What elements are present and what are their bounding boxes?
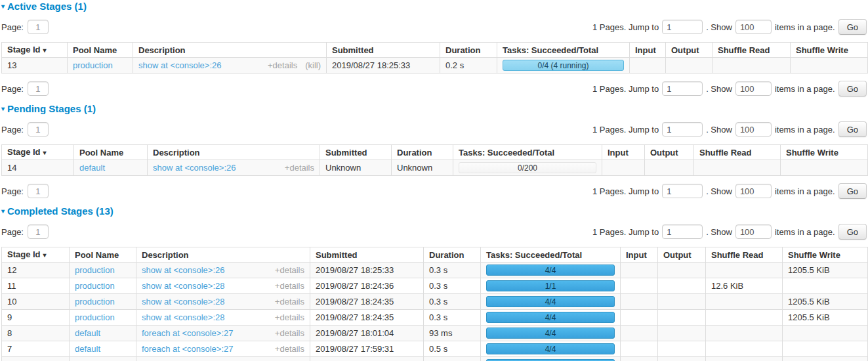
column-header-pool-name[interactable]: Pool Name [74,145,148,160]
column-header-tasks-succeeded-total[interactable]: Tasks: Succeeded/Total [497,43,630,58]
items-per-page-input[interactable] [735,20,772,34]
details-toggle[interactable]: +details [285,163,314,173]
pool-name-link[interactable]: production [73,60,113,70]
column-header-stage-id[interactable]: Stage Id▾ [2,247,70,263]
column-header-description[interactable]: Description [133,43,327,58]
cell-shuffle-write [783,341,868,357]
pool-name-link[interactable]: production [75,281,115,291]
page-number-input[interactable] [28,224,49,239]
stage-description-link[interactable]: foreach at <console>:27 [142,328,234,338]
column-header-output[interactable]: Output [666,43,713,58]
stage-description-link[interactable]: foreach at <console>:27 [142,344,234,354]
cell-input [621,326,658,341]
details-toggle[interactable]: +details [275,328,304,338]
column-header-shuffle-read[interactable]: Shuffle Read [713,43,791,58]
go-button[interactable]: Go [838,183,867,199]
jump-to-page-input[interactable] [662,184,703,198]
column-header-shuffle-write[interactable]: Shuffle Write [781,145,868,160]
stage-description-link[interactable]: show at <console>:26 [142,265,224,275]
column-header-label: Output [650,148,678,158]
jump-to-page-input[interactable] [662,224,703,239]
column-header-pool-name[interactable]: Pool Name [70,247,136,263]
column-header-submitted[interactable]: Submitted [310,247,424,263]
column-header-pool-name[interactable]: Pool Name [68,43,133,58]
column-header-input[interactable]: Input [630,43,666,58]
items-per-page-input[interactable] [735,122,772,137]
column-header-description[interactable]: Description [148,145,320,160]
column-header-input[interactable]: Input [602,145,645,160]
page-number-input[interactable] [28,20,49,34]
items-per-page-input[interactable] [735,81,772,96]
section-header-completed-stages[interactable]: ▾Completed Stages (13) [1,206,867,217]
details-toggle[interactable]: +details [275,344,304,354]
stage-description-link[interactable]: show at <console>:28 [142,312,224,322]
cell-input [621,263,658,278]
cell-shuffle-read: 12.6 KiB [706,357,783,361]
go-button[interactable]: Go [838,19,867,35]
pool-name-link[interactable]: default [75,344,100,354]
go-button[interactable]: Go [838,121,867,137]
column-header-description[interactable]: Description [136,247,310,263]
column-header-input[interactable]: Input [621,247,658,263]
pool-name-link[interactable]: production [75,297,115,307]
cell-stage-id: 14 [2,160,74,176]
column-header-submitted[interactable]: Submitted [320,145,392,160]
stage-description-link[interactable]: show at <console>:26 [153,163,236,173]
pool-name-link[interactable]: default [79,163,105,173]
page-number-input[interactable] [28,122,49,137]
page-selector: Page: [1,184,49,198]
column-header-tasks-succeeded-total[interactable]: Tasks: Succeeded/Total [453,145,602,160]
column-header-output[interactable]: Output [658,247,706,263]
cell-shuffle-read: 12.6 KiB [706,278,783,294]
column-header-label: Input [635,45,656,55]
column-header-output[interactable]: Output [645,145,694,160]
column-header-shuffle-write[interactable]: Shuffle Write [791,43,868,58]
show-label: . Show [706,227,732,237]
cell-stage-id: 13 [2,58,68,74]
column-header-shuffle-read[interactable]: Shuffle Read [706,247,783,263]
description-cell: show at <console>:26+details [142,265,304,275]
details-toggle[interactable]: +details [275,312,304,322]
jump-to-page-input[interactable] [662,122,703,137]
page-number-input[interactable] [28,81,49,96]
pool-name-link[interactable]: default [75,328,100,338]
column-header-shuffle-read[interactable]: Shuffle Read [694,145,781,160]
items-per-page-input[interactable] [735,224,772,239]
column-header-shuffle-write[interactable]: Shuffle Write [783,247,868,263]
column-header-submitted[interactable]: Submitted [327,43,440,58]
column-header-duration[interactable]: Duration [392,145,453,160]
go-button[interactable]: Go [838,224,867,240]
jump-to-page-input[interactable] [662,81,703,96]
stage-description-link[interactable]: show at <console>:26 [138,60,221,70]
go-button[interactable]: Go [838,81,867,96]
cell-duration: 93 ms [424,326,481,341]
pool-name-link[interactable]: production [75,312,115,322]
cell-shuffle-write: 1205.5 KiB [783,294,868,310]
details-toggle[interactable]: +details [268,60,297,70]
cell-output [645,160,694,176]
details-toggle[interactable]: +details [275,297,304,307]
section-header-pending-stages[interactable]: ▾Pending Stages (1) [1,104,867,114]
stage-description-link[interactable]: show at <console>:28 [142,297,224,307]
column-header-stage-id[interactable]: Stage Id▾ [2,43,68,58]
stage-description-link[interactable]: show at <console>:28 [142,281,224,291]
cell-output [658,278,706,294]
column-header-duration[interactable]: Duration [440,43,497,58]
kill-link[interactable]: (kill) [305,60,321,70]
items-per-page-input[interactable] [735,184,772,198]
cell-desc: foreach at <console>:27+details [136,326,310,341]
column-header-tasks-succeeded-total[interactable]: Tasks: Succeeded/Total [481,247,621,263]
section-header-active-stages[interactable]: ▾Active Stages (1) [1,1,867,12]
jump-to-page-input[interactable] [662,20,703,34]
page-number-input[interactable] [28,184,49,198]
column-header-stage-id[interactable]: Stage Id▾ [2,145,74,160]
details-toggle[interactable]: +details [275,265,304,275]
cell-shuffle-write [783,326,868,341]
items-per-page-label: items in a page. [775,125,835,135]
column-header-duration[interactable]: Duration [424,247,481,263]
details-toggle[interactable]: +details [275,281,304,291]
column-header-label: Tasks: Succeeded/Total [486,250,582,260]
section-title: Active Stages (1) [7,1,87,12]
pool-name-link[interactable]: production [75,265,115,275]
page-label: Page: [1,125,24,135]
